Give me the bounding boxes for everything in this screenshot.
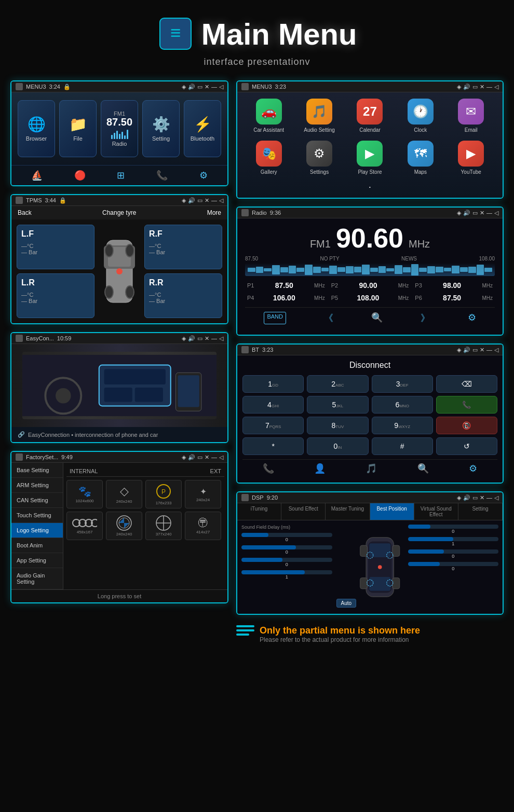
bt-call-icon[interactable]: 📞 <box>263 463 274 474</box>
sidebar-base-setting[interactable]: Base Setting <box>11 463 63 478</box>
app-maps[interactable]: 🗺 Maps <box>400 141 441 175</box>
radio-card[interactable]: FM1 87.50 Radio <box>101 100 138 157</box>
app-audio-setting[interactable]: 🎵 Audio Setting <box>299 99 340 133</box>
prev-btn[interactable]: 《 <box>324 312 333 324</box>
settings-btn[interactable]: ⚙ <box>468 312 476 324</box>
dsp-rslider-4[interactable] <box>408 562 499 566</box>
home-icon[interactable] <box>16 83 23 90</box>
app-playstore[interactable]: ▶ Play Store <box>349 141 390 175</box>
bt-key-refresh[interactable]: ↺ <box>436 437 497 455</box>
logo-item-4[interactable]: ✦ 240x24 <box>185 480 221 508</box>
home-icon-tpms[interactable] <box>16 197 23 204</box>
home-icon-appgrid[interactable] <box>241 83 249 90</box>
bt-key-3[interactable]: 3DEF <box>372 375 433 393</box>
dsp-slider-3[interactable] <box>241 558 332 562</box>
nav-icon-1[interactable]: ⛵ <box>31 170 43 181</box>
bt-music-icon[interactable]: 🎵 <box>366 463 377 474</box>
home-icon-factory[interactable] <box>16 453 23 461</box>
app-calendar[interactable]: 27 Calendar <box>349 99 390 133</box>
nav-icon-5[interactable]: ⚙ <box>199 170 208 181</box>
dsp-slider-4[interactable] <box>241 570 332 574</box>
bt-key-0[interactable]: 0IN <box>307 437 368 455</box>
dsp-auto-btn[interactable]: Auto <box>336 599 357 608</box>
band-btn[interactable]: BAND <box>264 312 286 324</box>
app-clock[interactable]: 🕐 Clock <box>400 99 441 133</box>
app-gallery[interactable]: 🎭 Gallery <box>248 141 290 175</box>
bt-key-hash[interactable]: # <box>372 437 433 455</box>
sidebar-can-setting[interactable]: CAN Setting <box>11 493 63 508</box>
bt-key-4[interactable]: 4GHI <box>242 396 304 414</box>
logo-item-3[interactable]: P 176x233 <box>145 480 182 508</box>
next-btn[interactable]: 》 <box>421 312 430 324</box>
tire-lf[interactable]: L.F —°C — Bar <box>17 225 94 269</box>
logo-item-2[interactable]: ◇ 240x240 <box>106 480 142 508</box>
preset-p5[interactable]: P5 108.00 MHz <box>329 293 411 303</box>
preset-p2[interactable]: P2 90.00 MHz <box>329 280 411 291</box>
logo-item-1[interactable]: 🐾 1024x600 <box>66 480 103 508</box>
dsp-rslider-1[interactable] <box>408 525 499 529</box>
preset-p6[interactable]: P6 87.50 MHz <box>413 293 495 303</box>
search-btn[interactable]: 🔍 <box>371 312 383 324</box>
bt-key-call[interactable]: 📞 <box>436 396 497 414</box>
tpms-more-btn[interactable]: More <box>207 209 221 216</box>
home-icon-radio[interactable] <box>241 209 249 216</box>
app-settings[interactable]: ⚙ Settings <box>299 141 340 175</box>
nav-icon-4[interactable]: 📞 <box>156 170 168 181</box>
bt-key-6[interactable]: 6MNO <box>372 396 433 414</box>
bt-key-2[interactable]: 2ABC <box>307 375 368 393</box>
tire-lr[interactable]: L.R —°C — Bar <box>17 273 94 318</box>
bt-key-del[interactable]: ⌫ <box>436 375 497 393</box>
setting-card[interactable]: ⚙️ Setting <box>142 100 180 157</box>
dsp-tab-setting[interactable]: Setting <box>458 503 503 520</box>
home-icon-dsp[interactable] <box>241 494 249 501</box>
dsp-tab-virtual[interactable]: Virtual Sound Effect <box>414 503 458 520</box>
logo-symbol-2: ◇ <box>120 485 129 498</box>
file-card[interactable]: 📁 File <box>59 100 97 157</box>
tpms-back-btn[interactable]: Back <box>18 209 32 216</box>
dsp-tab-sound-effect[interactable]: Sound Effect <box>281 503 326 520</box>
bt-key-star[interactable]: * <box>242 437 304 455</box>
nav-icon-3[interactable]: ⊞ <box>117 170 125 181</box>
sidebar-app-setting[interactable]: App Setting <box>11 553 63 568</box>
dsp-rslider-2[interactable] <box>408 537 499 541</box>
bt-key-8[interactable]: 8TUV <box>307 417 368 434</box>
preset-p1[interactable]: P1 87.50 MHz <box>245 280 327 291</box>
app-email[interactable]: ✉ Email <box>450 99 492 133</box>
app-car-assistant[interactable]: 🚗 Car Assistant <box>248 99 290 133</box>
bt-settings-icon[interactable]: ⚙ <box>469 463 477 474</box>
preset-p3[interactable]: P3 98.00 MHz <box>413 280 495 291</box>
tire-rr[interactable]: R.R —°C — Bar <box>144 273 222 318</box>
bt-disconnect-label[interactable]: Disconnect <box>242 361 497 370</box>
preset-p4[interactable]: P4 106.00 MHz <box>245 293 327 303</box>
bluetooth-card[interactable]: ⚡ Bluetooth <box>184 100 221 157</box>
logo-item-7[interactable]: 377x240 <box>145 512 182 540</box>
sidebar-audio-gain[interactable]: Audio Gain Setting <box>11 568 63 589</box>
bt-key-1[interactable]: 1GD <box>242 375 304 393</box>
dsp-tab-best-pos[interactable]: Best Position <box>370 503 414 520</box>
bt-key-5[interactable]: 5JKL <box>307 396 368 414</box>
bt-search-icon[interactable]: 🔍 <box>417 463 429 474</box>
logo-item-5[interactable]: 458x167 <box>66 512 103 540</box>
bt-contacts-icon[interactable]: 👤 <box>314 463 326 474</box>
tire-rf[interactable]: R.F —°C — Bar <box>144 225 222 269</box>
logo-item-8[interactable]: 〶 414x27 <box>185 512 221 540</box>
nav-icon-2[interactable]: 🔴 <box>74 170 86 181</box>
bt-key-7[interactable]: 7PQRS <box>242 417 304 434</box>
dsp-slider-1[interactable] <box>241 533 332 537</box>
bt-key-hangup[interactable]: 📵 <box>436 417 497 434</box>
sidebar-arm-setting[interactable]: ARM Setting <box>11 478 63 493</box>
home-icon-easy[interactable] <box>16 335 23 342</box>
bt-key-9[interactable]: 9WXYZ <box>372 417 433 434</box>
radio-screen: ▭ <box>472 210 478 216</box>
home-icon-bt[interactable] <box>241 346 249 353</box>
sidebar-touch-setting[interactable]: Touch Setting <box>11 508 63 523</box>
sidebar-logo-setting[interactable]: Logo Setting <box>11 523 63 538</box>
sidebar-boot-anim[interactable]: Boot Anim <box>11 538 63 553</box>
app-youtube[interactable]: ▶ YouTube <box>450 141 492 175</box>
browser-card[interactable]: 🌐 Browser <box>18 100 55 157</box>
dsp-rslider-3[interactable] <box>408 549 499 554</box>
dsp-tab-ituning[interactable]: iTuning <box>237 503 281 520</box>
dsp-tab-master[interactable]: Master Tuning <box>326 503 370 520</box>
logo-item-6[interactable]: 240x240 <box>106 512 142 540</box>
dsp-slider-2[interactable] <box>241 545 332 549</box>
